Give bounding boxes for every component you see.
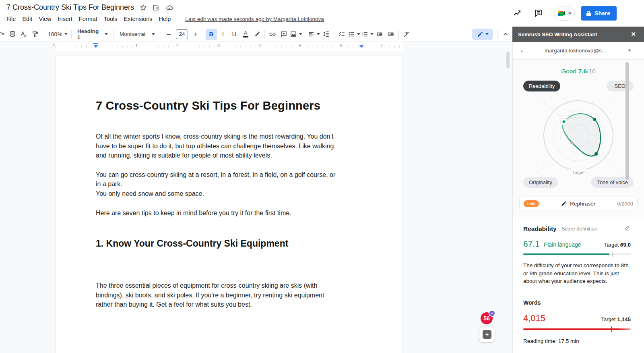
decrease-indent-icon[interactable] [374,29,385,40]
rephraser-count: 0/2000 [617,201,633,207]
redo-icon[interactable] [0,29,6,40]
seo-pill[interactable]: SEO [607,81,634,91]
document-title[interactable]: 7 Cross-Country Ski Tips For Beginners [6,3,134,12]
tone-point [594,152,598,156]
semrush-widget-button[interactable] [479,327,495,342]
ruler-number: 4 [258,43,261,48]
google-meet-icon [557,10,566,17]
score-definition-link[interactable]: Score definition [561,226,598,232]
score-gauge: Readability SEO Originality Tone of voic… [523,81,634,188]
text-color-glyph: A [244,31,248,35]
font-select[interactable]: Montserrat [116,29,158,40]
style-value: Heading 1 [77,28,103,40]
beta-badge: beta [524,200,539,207]
insert-image-icon[interactable] [290,29,302,40]
ruler[interactable]: 1 1 2 3 4 5 6 7 [0,42,512,51]
checklist-icon[interactable] [336,29,347,40]
italic-button[interactable]: I [218,29,228,40]
zoom-value: 100% [48,31,62,37]
sidebar-scrollbar[interactable] [625,62,629,180]
clear-formatting-icon[interactable] [401,29,412,40]
print-icon[interactable] [7,29,18,40]
move-folder-icon[interactable] [153,4,160,11]
menu-insert[interactable]: Insert [55,15,76,23]
insights-icon[interactable] [513,8,522,18]
menu-file[interactable]: File [3,15,19,23]
doc-paragraph[interactable]: Here are seven tips to keep in mind befo… [96,208,341,218]
rephraser-label: Rephraser [570,201,595,207]
bold-button[interactable]: B [206,29,217,40]
back-chevron-icon[interactable]: ‹ [519,47,524,54]
pencil-icon [477,31,483,37]
menu-edit[interactable]: Edit [19,15,35,23]
semrush-sidebar: ‹ margarita.loktionova@s... Good 7.6/10 [512,42,644,353]
share-button[interactable]: Share [581,6,617,21]
notification-plus-icon: + [489,310,495,317]
comments-icon[interactable] [534,8,543,18]
meet-call-button[interactable] [554,6,575,21]
align-icon[interactable] [308,29,320,40]
numbered-list-icon[interactable]: 12 [361,29,374,40]
font-size-input[interactable]: 24 [176,29,188,39]
words-target-label: Target [601,316,615,322]
last-edit-link[interactable]: Last edit was made seconds ago by Margar… [185,16,324,22]
share-label: Share [594,10,610,17]
words-section-title: Words [523,299,631,306]
bulleted-list-icon[interactable] [348,29,360,40]
menu-help[interactable]: Help [156,15,174,23]
reading-time: Reading time: 17.5 min [523,338,631,344]
add-comment-icon[interactable] [279,29,289,40]
close-icon[interactable]: ✕ [628,30,638,39]
originality-point [570,141,574,144]
editing-mode-button[interactable] [472,29,493,40]
doc-paragraph[interactable]: You only need snow and some space. [96,189,341,199]
paragraph-style-select[interactable]: Heading 1 [74,29,111,40]
insert-link-icon[interactable] [267,29,278,40]
paint-format-icon[interactable] [30,29,40,40]
rephraser-bar[interactable]: beta Rephraser 0/2000 [519,197,638,210]
semrush-panel-header: Semrush SEO Writing Assistant ✕ [512,27,644,42]
decrease-font-size-button[interactable]: – [163,29,174,40]
spellcheck-icon[interactable] [19,29,29,40]
edit-target-icon[interactable] [624,224,631,233]
hide-menus-icon[interactable] [500,29,511,40]
svg-text:2: 2 [362,33,363,36]
document-scrollbar[interactable] [506,52,510,69]
originality-pill[interactable]: Originality [523,177,558,188]
account-email[interactable]: margarita.loktionova@s... [524,48,626,54]
readability-section-title: Readability [523,225,557,233]
readability-target-value: 69.0 [620,242,631,248]
readability-target-label: Target [604,242,619,248]
menu-tools[interactable]: Tools [101,15,121,23]
menu-view[interactable]: View [35,15,54,23]
menu-bar: File Edit View Insert Format Tools Exten… [3,15,324,23]
underline-button[interactable]: U [229,29,239,40]
increase-font-size-button[interactable]: + [190,29,200,40]
cloud-saved-icon[interactable] [165,4,173,11]
doc-paragraph[interactable]: The three essential pieces of equipment … [96,281,341,309]
right-indent-marker[interactable] [359,45,364,48]
increase-indent-icon[interactable] [386,29,396,40]
account-caret-icon[interactable] [628,50,631,52]
doc-paragraph[interactable]: Of all the winter sports I know, cross-c… [96,132,341,160]
ruler-number: 6 [340,43,343,48]
star-icon[interactable] [140,4,147,11]
gauge-target-label: Target [570,170,587,175]
font-value: Montserrat [120,31,146,37]
doc-heading-2[interactable]: 1. Know Your Cross-Country Ski Equipment [96,237,341,250]
ruler-number: 7 [380,43,383,48]
zoom-select[interactable]: 100% [45,29,69,40]
highlight-color-icon[interactable] [252,29,262,40]
menu-extensions[interactable]: Extensions [121,15,156,23]
menu-format[interactable]: Format [76,15,101,23]
doc-paragraph[interactable]: You can go cross-country skiing at a res… [96,170,341,189]
text-color-button[interactable]: A [240,29,251,40]
line-spacing-icon[interactable] [321,29,331,40]
edit-mode-caret-icon [485,33,489,35]
readability-pill[interactable]: Readability [523,81,560,91]
doc-heading-1[interactable]: 7 Cross-Country Ski Tips For Beginners [96,96,321,115]
top-bar: 7 Cross-Country Ski Tips For Beginners F… [0,0,644,27]
document-page[interactable]: 7 Cross-Country Ski Tips For Beginners O… [56,56,402,353]
left-indent-marker[interactable] [93,43,99,48]
readability-target-tick [613,251,613,257]
